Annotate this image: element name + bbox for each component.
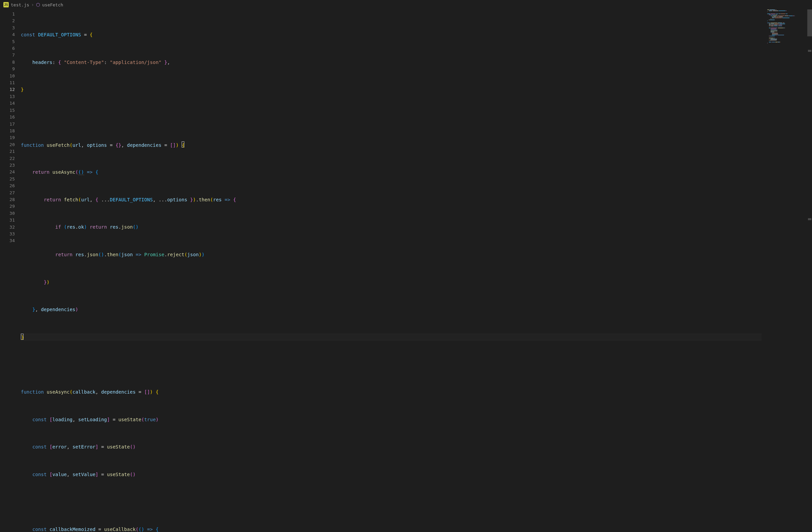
line-number[interactable]: 8 [0,59,15,66]
line-number[interactable]: 15 [0,107,15,114]
line-number[interactable]: 28 [0,196,15,203]
line-number[interactable]: 14 [0,100,15,107]
line-number[interactable]: 20 [0,141,15,148]
bracket-match-open: { [182,141,184,148]
js-file-icon: JS [3,2,9,8]
code-line[interactable]: const [loading, setLoading] = useState(t… [21,416,812,423]
identifier-default-options: DEFAULT_OPTIONS [38,32,81,37]
breadcrumb[interactable]: JS test.js › ⬡ useFetch [0,0,812,10]
line-number[interactable]: 27 [0,190,15,196]
line-number-gutter[interactable]: 1234567891011121314151617181920212223242… [0,10,21,532]
code-line[interactable]: return res.json().then(json => Promise.r… [21,251,812,258]
line-number[interactable]: 26 [0,182,15,189]
code-line[interactable] [21,114,812,121]
code-line[interactable]: const [value, setValue] = useState() [21,471,812,478]
line-number[interactable]: 21 [0,148,15,155]
string-application-json: "application/json" [110,60,161,65]
overview-marker [808,50,811,52]
code-area[interactable]: const DEFAULT_OPTIONS = { headers: { "Co… [21,10,812,532]
function-usefetch: useFetch [47,142,70,148]
line-number[interactable]: 12 [0,86,15,93]
line-number[interactable]: 18 [0,128,15,134]
code-line[interactable]: return fetch(url, { ...DEFAULT_OPTIONS, … [21,196,812,203]
line-number[interactable]: 30 [0,210,15,217]
line-number[interactable]: 19 [0,134,15,141]
line-number[interactable]: 32 [0,224,15,230]
line-number[interactable]: 3 [0,25,15,31]
breadcrumb-file[interactable]: test.js [11,2,29,8]
line-number[interactable]: 29 [0,203,15,210]
line-number[interactable]: 23 [0,162,15,169]
breadcrumb-symbol[interactable]: useFetch [42,2,63,8]
code-line[interactable]: if (res.ok) return res.json() [21,224,812,230]
vertical-scrollbar[interactable] [807,10,812,532]
bracket-match-close: } [21,334,24,340]
code-line[interactable]: const DEFAULT_OPTIONS = { [21,31,812,38]
property-headers: headers [32,60,53,65]
code-line[interactable]: }) [21,279,812,285]
code-line[interactable]: }, dependencies) [21,306,812,313]
line-number[interactable]: 9 [0,66,15,72]
line-number[interactable]: 17 [0,121,15,128]
code-line[interactable]: headers: { "Content-Type": "application/… [21,59,812,66]
code-line[interactable] [21,361,812,368]
minimap[interactable] [767,10,807,77]
line-number[interactable]: 1 [0,11,15,17]
line-number[interactable]: 13 [0,93,15,100]
code-line-active[interactable]: } [21,334,812,340]
code-line[interactable]: function useAsync(callback, dependencies… [21,389,812,395]
line-number[interactable]: 34 [0,237,15,244]
line-number[interactable]: 22 [0,155,15,162]
code-line[interactable]: function useFetch(url, options = {}, dep… [21,141,812,148]
line-number[interactable]: 11 [0,80,15,86]
code-line[interactable]: return useAsync(() => { [21,169,812,176]
code-line[interactable]: const [error, setError] = useState() [21,444,812,450]
code-line[interactable]: const callbackMemoized = useCallback(() … [21,526,812,532]
code-line[interactable] [21,499,812,505]
active-line-highlight [21,334,762,340]
line-number[interactable]: 10 [0,73,15,80]
line-number[interactable]: 31 [0,217,15,224]
keyword-const: const [21,32,35,37]
line-number[interactable]: 2 [0,17,15,24]
line-number[interactable]: 24 [0,169,15,176]
chevron-right-icon: › [31,2,34,8]
scrollbar-thumb[interactable] [807,10,812,36]
symbol-function-icon: ⬡ [36,2,40,8]
type-promise: Promise [144,252,164,257]
line-number[interactable]: 33 [0,230,15,237]
overview-marker [808,218,811,220]
line-number[interactable]: 25 [0,176,15,182]
string-content-type: "Content-Type" [64,60,104,65]
line-number[interactable]: 4 [0,31,15,38]
editor[interactable]: 1234567891011121314151617181920212223242… [0,10,812,532]
line-number[interactable]: 16 [0,114,15,121]
line-number[interactable]: 6 [0,45,15,52]
function-useasync: useAsync [47,389,70,395]
line-number[interactable]: 7 [0,52,15,59]
code-line[interactable]: } [21,86,812,93]
line-number[interactable]: 5 [0,38,15,45]
